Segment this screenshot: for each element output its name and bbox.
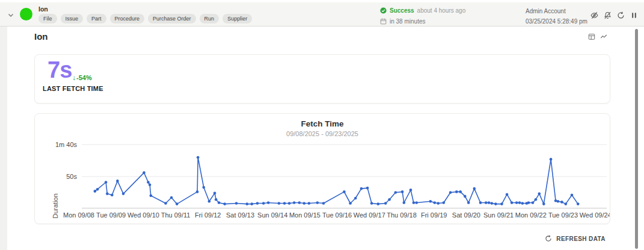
x-axis-tick: Wed 09/24 <box>568 211 610 219</box>
view-toggle-icons <box>588 33 607 40</box>
check-circle-icon <box>380 7 387 14</box>
tag-pill: Procedure <box>110 14 145 23</box>
fetch-time-plot <box>82 140 607 209</box>
tag-pill: Supplier <box>222 14 252 23</box>
chart-date-range: 09/08/2025 - 09/23/2025 <box>35 130 610 137</box>
stat-label: LAST FETCH TIME <box>43 85 103 92</box>
account-name: Admin Account <box>526 6 587 16</box>
y-axis-tick: 50s <box>43 173 77 180</box>
calendar-icon <box>380 18 387 25</box>
refresh-icon[interactable] <box>617 11 625 19</box>
connector-status-dot <box>20 8 32 20</box>
line-chart-canvas <box>82 140 607 209</box>
account-block: Admin Account 03/25/2024 5:28:49 pm <box>526 6 587 27</box>
stat-delta-percent: -54% <box>76 74 92 81</box>
next-run-label: in 38 minutes <box>390 18 425 25</box>
connector-header-bar: Ion FileIssuePartProcedurePurchase Order… <box>0 2 644 27</box>
hide-icon[interactable] <box>590 11 598 19</box>
header-action-toolbar <box>590 11 644 19</box>
refresh-icon <box>545 235 552 242</box>
sync-status-ago: about 4 hours ago <box>417 7 466 14</box>
last-fetch-time-card: 7s ↓ -54% LAST FETCH TIME <box>34 54 610 104</box>
connector-title: Ion <box>38 5 48 13</box>
tag-pill: Part <box>87 14 106 23</box>
refresh-data-label: REFRESH DATA <box>556 236 606 242</box>
tag-pill: Purchase Order <box>148 14 196 23</box>
fetch-time-chart-card: Fetch Time 09/08/2025 - 09/23/2025 Durat… <box>34 113 610 224</box>
chart-title: Fetch Time <box>35 119 610 128</box>
record-type-tags: FileIssuePartProcedurePurchase OrderRunS… <box>38 14 252 23</box>
main-panel: Ion 7s ↓ -54% LAST FETCH TIME Fetch Time… <box>7 27 644 250</box>
mute-notifications-icon[interactable] <box>604 11 612 19</box>
stat-delta: ↓ -54% <box>72 73 92 82</box>
chart-view-icon[interactable] <box>600 33 607 40</box>
tag-pill: Issue <box>61 14 84 23</box>
tag-pill: File <box>38 14 57 23</box>
chevron-down-icon[interactable] <box>7 11 15 19</box>
connector-dashboard: Ion FileIssuePartProcedurePurchase Order… <box>0 0 644 250</box>
refresh-data-button[interactable]: REFRESH DATA <box>545 235 606 242</box>
page-title: Ion <box>34 31 48 42</box>
sync-status-label: Success <box>390 7 414 14</box>
vertical-scrollbar-thumb[interactable] <box>635 29 638 249</box>
account-datetime: 03/25/2024 5:28:49 pm <box>526 16 587 27</box>
table-view-icon[interactable] <box>588 33 595 40</box>
y-axis-tick: 1m 40s <box>43 141 77 148</box>
sync-status-block: Success about 4 hours ago in 38 minutes <box>380 6 465 28</box>
tag-pill: Run <box>200 14 219 23</box>
arrow-down-icon: ↓ <box>72 73 76 82</box>
pause-icon[interactable] <box>630 11 638 19</box>
stat-value: 7s <box>48 57 72 83</box>
